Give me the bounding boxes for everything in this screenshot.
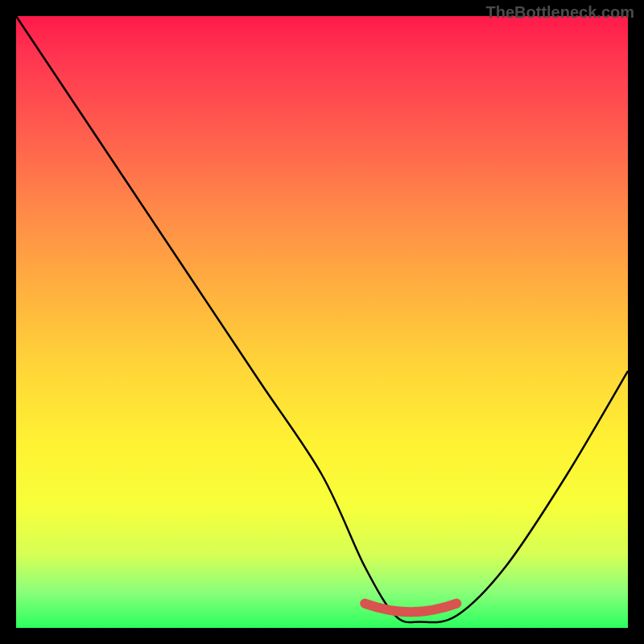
watermark-text: TheBottleneck.com [486,3,634,22]
optimal-zone-marker [365,604,456,613]
chart-gradient-area [16,16,628,628]
bottleneck-chart [16,16,628,628]
bottleneck-curve-line [16,16,628,622]
